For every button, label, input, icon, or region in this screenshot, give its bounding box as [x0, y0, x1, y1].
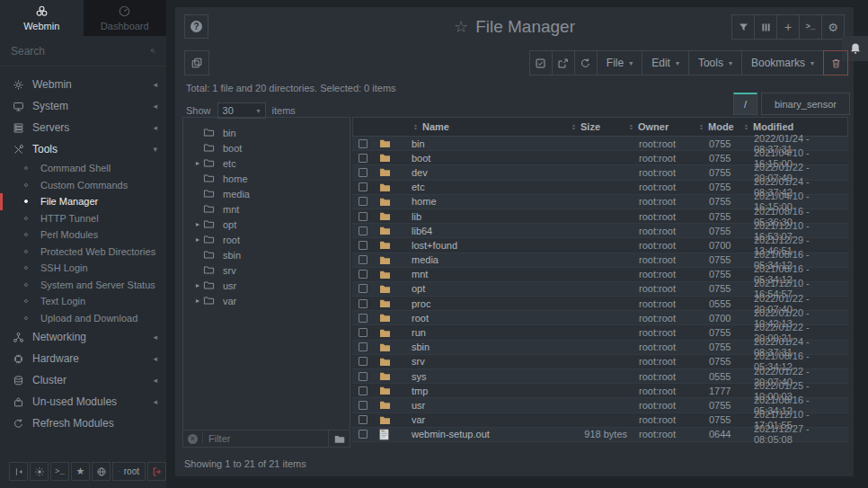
- file-name[interactable]: mnt: [403, 269, 571, 279]
- sidebar-item-custom-commands[interactable]: Custom Commands: [0, 177, 166, 194]
- refresh-button[interactable]: [574, 50, 598, 75]
- sidebar-item-cluster[interactable]: Cluster ◂: [0, 369, 166, 391]
- file-name[interactable]: var: [403, 414, 571, 425]
- add-button[interactable]: +: [776, 14, 800, 40]
- sort-icon[interactable]: [571, 122, 577, 132]
- sidebar-item-servers[interactable]: Servers ◂: [0, 117, 166, 138]
- file-name[interactable]: lib: [403, 211, 571, 222]
- expander-icon[interactable]: ▸: [192, 297, 203, 305]
- select-all-button[interactable]: [529, 50, 553, 75]
- expander-icon[interactable]: ▸: [192, 281, 203, 289]
- file-name[interactable]: webmin-setup.out: [403, 429, 571, 439]
- expander-icon[interactable]: ▸: [192, 159, 203, 167]
- shell-button[interactable]: >_: [799, 14, 822, 40]
- row-checkbox[interactable]: [359, 197, 368, 206]
- table-row-webmin-setup-out[interactable]: webmin-setup.out 918 bytes root:root 064…: [352, 428, 848, 442]
- sidebar-item-un-used-modules[interactable]: Un-used Modules ◂: [0, 391, 166, 413]
- menu-bookmarks[interactable]: Bookmarks▾: [741, 50, 824, 75]
- file-name[interactable]: root: [403, 313, 571, 324]
- file-name[interactable]: lib64: [403, 226, 571, 236]
- favorites-button[interactable]: ★: [71, 462, 90, 481]
- file-name[interactable]: tmp: [403, 386, 571, 396]
- tree-item-usr[interactable]: ▸ usr: [183, 278, 350, 293]
- file-name[interactable]: lost+found: [403, 240, 571, 251]
- row-checkbox[interactable]: [359, 415, 368, 424]
- row-checkbox[interactable]: [359, 182, 368, 191]
- menu-file[interactable]: File▾: [597, 50, 642, 75]
- row-checkbox[interactable]: [359, 255, 368, 264]
- filter-button[interactable]: [731, 14, 755, 40]
- expander-icon[interactable]: ▸: [192, 235, 203, 244]
- file-name[interactable]: media: [403, 254, 571, 265]
- tree-item-root[interactable]: ▸ root: [183, 232, 350, 247]
- tree-item-mnt[interactable]: mnt: [183, 201, 350, 217]
- sidebar-item-system-and-server-status[interactable]: System and Server Status: [0, 277, 166, 294]
- file-name[interactable]: sys: [403, 371, 571, 382]
- column-header-mode[interactable]: Mode: [696, 121, 741, 132]
- delete-button[interactable]: [823, 50, 848, 75]
- row-checkbox[interactable]: [359, 401, 368, 410]
- row-checkbox[interactable]: [359, 212, 368, 221]
- sidebar-item-networking[interactable]: Networking ◂: [0, 326, 166, 348]
- search-icon[interactable]: [150, 45, 155, 57]
- file-name[interactable]: usr: [403, 400, 571, 411]
- sidebar-item-ssh-login[interactable]: SSH Login: [0, 260, 166, 277]
- tab-webmin[interactable]: Webmin: [0, 0, 84, 36]
- clear-filter-icon[interactable]: ×: [188, 434, 198, 444]
- sidebar-item-webmin[interactable]: Webmin ◂: [0, 74, 166, 95]
- user-button[interactable]: root: [112, 462, 146, 481]
- sidebar-item-upload-and-download[interactable]: Upload and Download: [0, 310, 166, 327]
- tab-dashboard[interactable]: Dashboard: [84, 0, 167, 36]
- column-header-owner[interactable]: Owner: [626, 121, 696, 132]
- tree-item-media[interactable]: media: [183, 186, 350, 201]
- favorite-star-icon[interactable]: ☆: [454, 17, 468, 37]
- file-name[interactable]: bin: [403, 138, 571, 149]
- file-name[interactable]: opt: [403, 283, 571, 294]
- column-header-name[interactable]: Name: [403, 121, 571, 132]
- file-name[interactable]: proc: [403, 298, 571, 309]
- file-name[interactable]: home: [403, 196, 571, 207]
- tree-item-var[interactable]: ▸ var: [183, 293, 350, 308]
- breadcrumb-current[interactable]: binary_sensor: [761, 93, 850, 115]
- menu-edit[interactable]: Edit▾: [642, 50, 689, 75]
- row-checkbox[interactable]: [359, 299, 368, 308]
- column-header-size[interactable]: Size: [571, 121, 626, 132]
- sidebar-item-file-manager[interactable]: File Manager: [0, 193, 166, 210]
- row-checkbox[interactable]: [359, 139, 368, 148]
- row-checkbox[interactable]: [359, 328, 368, 337]
- logout-button[interactable]: [147, 462, 166, 481]
- sort-icon[interactable]: [628, 122, 634, 132]
- tree-item-bin[interactable]: bin: [183, 125, 350, 140]
- file-name[interactable]: run: [403, 327, 571, 338]
- tree-item-home[interactable]: home: [183, 171, 350, 186]
- language-button[interactable]: [92, 462, 111, 481]
- row-checkbox[interactable]: [359, 314, 368, 323]
- file-name[interactable]: dev: [403, 167, 571, 178]
- row-checkbox[interactable]: [359, 168, 368, 177]
- terminal-button[interactable]: >_: [50, 462, 69, 481]
- export-button[interactable]: [552, 50, 575, 75]
- row-checkbox[interactable]: [359, 284, 368, 293]
- row-checkbox[interactable]: [359, 241, 368, 250]
- sidebar-item-perl-modules[interactable]: Perl Modules: [0, 226, 166, 244]
- row-checkbox[interactable]: [359, 270, 368, 279]
- column-header-modified[interactable]: Modified: [741, 121, 847, 132]
- row-checkbox[interactable]: [359, 154, 368, 163]
- sidebar-item-refresh-modules[interactable]: Refresh Modules: [0, 413, 166, 434]
- row-checkbox[interactable]: [359, 372, 368, 381]
- row-checkbox[interactable]: [359, 226, 368, 235]
- expander-icon[interactable]: ▸: [192, 220, 203, 228]
- file-name[interactable]: boot: [403, 153, 571, 164]
- sidebar-item-tools[interactable]: Tools ▾: [0, 138, 166, 160]
- row-checkbox[interactable]: [359, 430, 368, 439]
- file-name[interactable]: etc: [403, 182, 571, 192]
- tree-item-sbin[interactable]: sbin: [183, 247, 350, 262]
- row-checkbox[interactable]: [359, 342, 368, 351]
- search-input[interactable]: [11, 45, 150, 58]
- sort-icon[interactable]: [743, 122, 749, 132]
- sidebar-item-http-tunnel[interactable]: HTTP Tunnel: [0, 210, 166, 227]
- row-checkbox[interactable]: [359, 357, 368, 366]
- sidebar-item-hardware[interactable]: Hardware ◂: [0, 348, 166, 369]
- columns-button[interactable]: [754, 14, 777, 40]
- sort-icon[interactable]: [412, 122, 419, 132]
